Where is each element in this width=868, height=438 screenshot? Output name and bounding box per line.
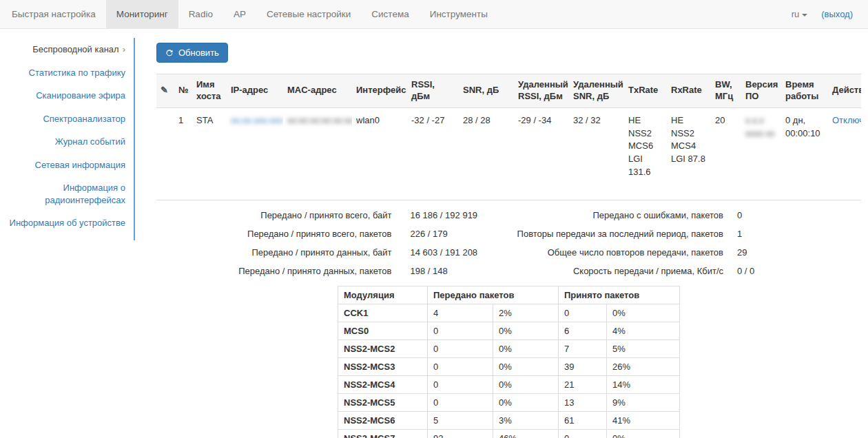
nav-item[interactable]: Инструменты bbox=[420, 0, 498, 28]
client-action-cell: Отключить bbox=[828, 107, 861, 200]
sidebar-item[interactable]: Журнал событий› bbox=[0, 130, 134, 154]
modulation-label: NSS2-MCS6 bbox=[338, 412, 428, 430]
modulation-label: NSS2-MCS7 bbox=[338, 430, 428, 438]
rx-count: 0 bbox=[559, 430, 607, 438]
clients-table: ✎ №Имя хостаIP-адресMAC-адресИнтерфейсRS… bbox=[156, 74, 861, 200]
rx-percent: 9% bbox=[607, 394, 680, 412]
modulation-label: NSS2-MCS3 bbox=[338, 358, 428, 376]
sidebar-item-link[interactable]: Статистика по трафику› bbox=[29, 67, 125, 78]
stats-left-column: Передано / принято всего, байт 16 186 / … bbox=[156, 206, 509, 280]
logout-link[interactable]: (выход) bbox=[821, 9, 853, 19]
sidebar-item[interactable]: Сканирование эфира› bbox=[0, 84, 134, 107]
sidebar-item-label: Сетевая информация bbox=[35, 160, 125, 170]
column-header: Интерфейс bbox=[352, 74, 407, 108]
sidebar-item-link[interactable]: Информация об устройстве› bbox=[10, 218, 125, 228]
nav-item-link[interactable]: Инструменты bbox=[420, 0, 498, 28]
tx-packets-column-header: Передано пакетов bbox=[428, 286, 559, 304]
tx-percent: 0% bbox=[493, 376, 559, 394]
modulation-row: NSS2-MCS6 5 3% 61 41% bbox=[338, 412, 680, 430]
nav-item-link[interactable]: Быстрая настройка bbox=[1, 0, 106, 28]
stat-row: Передано / принято всего, байт 16 186 / … bbox=[156, 206, 509, 225]
client-hostname: STA bbox=[192, 107, 227, 200]
rx-percent: 26% bbox=[607, 358, 680, 376]
sidebar-item[interactable]: Информация об устройстве› bbox=[0, 211, 134, 235]
stat-row: Передано с ошибками, пакетов 0 bbox=[509, 206, 862, 225]
clients-header-row: ✎ №Имя хостаIP-адресMAC-адресИнтерфейсRS… bbox=[156, 74, 861, 108]
nav-item[interactable]: Система bbox=[361, 0, 419, 28]
modulation-label: NSS2-MCS5 bbox=[338, 394, 428, 412]
sidebar-item-link[interactable]: Информация о радиоинтерфейсах› bbox=[45, 182, 125, 205]
stat-row: Передано / принято данных, пакетов 198 /… bbox=[156, 262, 509, 280]
refresh-button[interactable]: Обновить bbox=[156, 43, 228, 63]
client-mac-cell: xx:xx:xx:xx:xx:xx bbox=[283, 107, 352, 200]
navbar-right: ru (выход) bbox=[792, 0, 868, 28]
modulation-header-row: Модуляция Передано пакетов Принято пакет… bbox=[338, 286, 680, 304]
sidebar-item-label: Статистика по трафику bbox=[29, 67, 125, 78]
top-navbar: Быстрая настройкаМониторингRadioAPСетевы… bbox=[0, 0, 868, 29]
stat-value: 226 / 179 bbox=[392, 228, 509, 240]
sidebar-item-label: Журнал событий bbox=[55, 136, 125, 147]
client-ip-link[interactable]: xx.xx.xxx.xxx bbox=[231, 115, 283, 125]
column-header: IP-адрес bbox=[227, 74, 283, 108]
client-ip-cell: xx.xx.xxx.xxx bbox=[227, 107, 283, 200]
modulation-label: MCS0 bbox=[338, 322, 428, 340]
sidebar-item-link[interactable]: Сетевая информация› bbox=[35, 160, 125, 170]
stat-label: Скорость передачи / приема, Кбит/с bbox=[509, 265, 724, 277]
nav-item-link[interactable]: AP bbox=[223, 0, 256, 28]
sidebar-item[interactable]: Беспроводной канал› bbox=[0, 38, 134, 61]
tx-percent: 0% bbox=[493, 394, 559, 412]
rx-percent: 0% bbox=[607, 304, 680, 322]
sidebar-item-link[interactable]: Сканирование эфира› bbox=[36, 90, 125, 101]
sidebar-item-link[interactable]: Журнал событий› bbox=[55, 136, 125, 147]
modulation-row: MCS0 0 0% 6 4% bbox=[338, 322, 680, 340]
client-remote-rssi: -29 / -34 bbox=[514, 107, 569, 200]
chevron-right-icon: › bbox=[123, 44, 125, 54]
modulation-label: NSS2-MCS2 bbox=[338, 340, 428, 358]
disconnect-link[interactable]: Отключить bbox=[832, 115, 861, 125]
tx-count: 0 bbox=[428, 358, 493, 376]
client-row: 1 STA xx.xx.xxx.xxx xx:xx:xx:xx:xx:xx wl… bbox=[156, 107, 861, 200]
column-header: SNR, дБ bbox=[459, 74, 514, 108]
nav-item-link[interactable]: Radio bbox=[178, 0, 223, 28]
nav-item[interactable]: AP bbox=[223, 0, 256, 28]
rx-count: 7 bbox=[559, 340, 607, 358]
nav-item-link[interactable]: Сетевые настройки bbox=[256, 0, 361, 28]
client-uptime: 0 дн, 00:00:10 bbox=[781, 107, 828, 200]
nav-item-link[interactable]: Мониторинг bbox=[106, 0, 178, 28]
sidebar-item-label: Сканирование эфира bbox=[36, 90, 125, 101]
nav-item[interactable]: Radio bbox=[178, 0, 223, 28]
tx-percent: 0% bbox=[493, 358, 559, 376]
rx-count: 0 bbox=[559, 304, 607, 322]
column-header: Удаленный RSSI, дБм bbox=[514, 74, 569, 108]
tx-count: 0 bbox=[428, 340, 493, 358]
stat-value: 0 / 0 bbox=[723, 265, 861, 277]
language-selector[interactable]: ru bbox=[792, 9, 808, 19]
sidebar-item[interactable]: Сетевая информация› bbox=[0, 154, 134, 177]
tx-percent: 2% bbox=[493, 304, 559, 322]
stats-right-column: Передано с ошибками, пакетов 0 Повторы п… bbox=[509, 206, 862, 280]
nav-item[interactable]: Мониторинг bbox=[106, 0, 178, 28]
caret-down-icon bbox=[802, 14, 807, 17]
edit-cell bbox=[156, 107, 174, 200]
sidebar-item-link[interactable]: Спектроанализатор› bbox=[43, 114, 125, 124]
nav-item[interactable]: Быстрая настройка bbox=[1, 0, 106, 28]
tx-count: 5 bbox=[428, 412, 493, 430]
rx-count: 13 bbox=[559, 394, 607, 412]
stat-value: 14 603 / 191 208 bbox=[392, 247, 509, 258]
sidebar-item[interactable]: Спектроанализатор› bbox=[0, 107, 134, 131]
sidebar-item[interactable]: Информация о радиоинтерфейсах› bbox=[0, 176, 134, 211]
stat-label: Повторы передачи за последний период, па… bbox=[509, 228, 724, 240]
column-header: Удаленный SNR, дБ bbox=[569, 74, 624, 108]
rx-percent: 14% bbox=[607, 376, 680, 394]
modulation-table: Модуляция Передано пакетов Принято пакет… bbox=[338, 286, 680, 438]
client-snr: 28 / 28 bbox=[459, 107, 514, 200]
tx-count: 92 bbox=[428, 430, 493, 438]
language-label: ru bbox=[792, 9, 800, 19]
stat-value: 1 bbox=[723, 228, 861, 240]
modulation-row: NSS2-MCS7 92 46% 0 0% bbox=[338, 430, 680, 438]
pencil-icon[interactable]: ✎ bbox=[161, 85, 168, 95]
nav-item-link[interactable]: Система bbox=[361, 0, 419, 28]
nav-item[interactable]: Сетевые настройки bbox=[256, 0, 361, 28]
sidebar-item[interactable]: Статистика по трафику› bbox=[0, 61, 134, 85]
sidebar-item-link[interactable]: Беспроводной канал› bbox=[32, 44, 125, 54]
